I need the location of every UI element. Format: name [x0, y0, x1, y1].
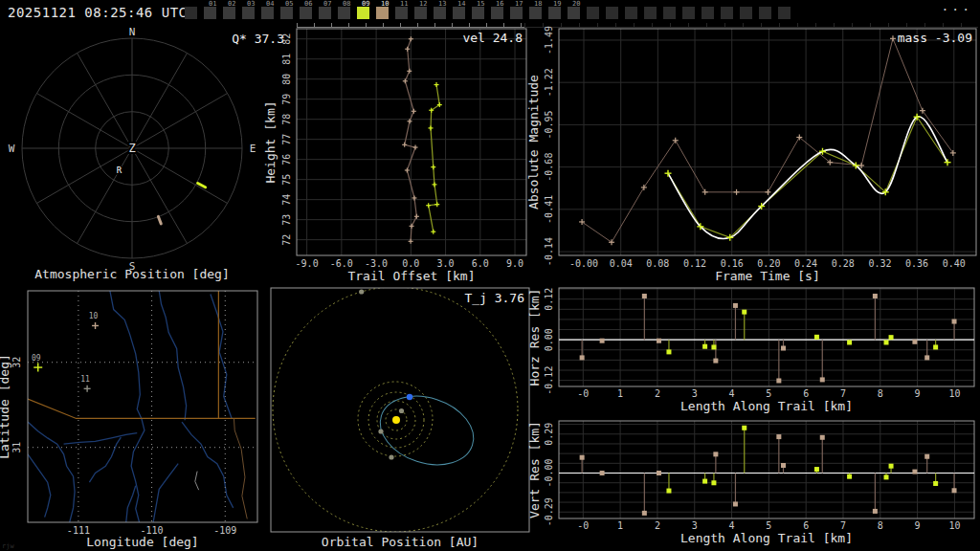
tab-blank [758, 1, 777, 24]
svg-text:Frame Time [s]: Frame Time [s] [715, 269, 820, 283]
overflow-menu-icon[interactable]: ··· [942, 2, 972, 16]
svg-text:N: N [129, 26, 136, 38]
svg-text:-3.0: -3.0 [365, 258, 388, 269]
svg-text:-6.0: -6.0 [330, 258, 353, 269]
atmospheric-position-panel: NSWEZRQ* 37.3Atmospheric Position [deg] [0, 27, 289, 285]
svg-text:3: 3 [692, 520, 698, 531]
svg-text:0.28: 0.28 [832, 258, 855, 269]
tab-11[interactable]: 11 [394, 1, 413, 24]
tab-square [510, 7, 523, 19]
svg-text:T_j 3.76: T_j 3.76 [464, 291, 524, 305]
svg-text:mass -3.09: mass -3.09 [898, 31, 972, 45]
tab-square [740, 7, 752, 19]
svg-text:2: 2 [655, 388, 660, 399]
tab-19[interactable]: 19 [547, 1, 567, 24]
svg-text:5: 5 [766, 520, 771, 531]
tab-square [682, 7, 695, 19]
svg-text:10: 10 [948, 388, 960, 399]
tab-square [702, 7, 714, 19]
svg-text:E: E [250, 143, 256, 155]
tab-blank [643, 1, 662, 24]
top-bar: 20251121 08:25:46 UTC 010203040506070809… [0, 0, 980, 27]
svg-text:0.0: 0.0 [402, 258, 419, 269]
svg-text:0.00: 0.00 [544, 328, 554, 351]
svg-text:4: 4 [729, 388, 735, 399]
tab-square [395, 7, 408, 19]
svg-text:-1.49: -1.49 [544, 26, 554, 55]
svg-text:Trail Offset [km]: Trail Offset [km] [347, 269, 475, 283]
svg-text:78: 78 [281, 114, 292, 125]
tab-15[interactable]: 15 [471, 1, 490, 24]
tab-03[interactable]: 03 [241, 1, 260, 24]
svg-text:74: 74 [281, 194, 292, 206]
svg-text:31: 31 [11, 442, 22, 453]
tab-square [721, 7, 733, 19]
tab-square [338, 7, 350, 19]
tab-09[interactable]: 09 [356, 1, 375, 24]
tab-blank [605, 1, 624, 24]
svg-text:2: 2 [655, 520, 660, 531]
svg-text:vel 24.8: vel 24.8 [462, 31, 523, 45]
svg-text:3.0: 3.0 [437, 258, 455, 269]
svg-text:77: 77 [281, 134, 292, 145]
svg-text:0.36: 0.36 [905, 258, 928, 269]
tab-07[interactable]: 07 [318, 1, 337, 24]
tab-06[interactable]: 06 [299, 1, 318, 24]
svg-text:1: 1 [617, 520, 623, 531]
svg-text:-0.95: -0.95 [544, 110, 554, 139]
svg-text:73: 73 [281, 214, 292, 226]
svg-text:09: 09 [32, 354, 41, 363]
svg-text:Height [km]: Height [km] [263, 100, 278, 183]
svg-text:Longitude [deg]: Longitude [deg] [86, 535, 198, 549]
tab-20[interactable]: 20 [567, 1, 586, 24]
utc-timestamp: 20251121 08:25:46 UTC [8, 5, 188, 20]
svg-text:32: 32 [11, 357, 22, 368]
svg-text:0.08: 0.08 [646, 258, 669, 269]
tab-01[interactable]: 01 [203, 1, 222, 24]
svg-text:0.32: 0.32 [868, 258, 891, 269]
svg-text:10: 10 [89, 312, 99, 320]
svg-text:-9.0: -9.0 [296, 258, 319, 269]
tab-blank [624, 1, 643, 24]
tab-13[interactable]: 13 [433, 1, 452, 24]
tab-square [453, 7, 465, 19]
svg-text:82: 82 [281, 33, 292, 45]
tab-14[interactable]: 14 [452, 1, 471, 24]
tab-10[interactable]: 10 [375, 1, 394, 24]
tab-blank [701, 1, 720, 24]
vertical-residuals-panel: -0123456789100.29-0.00-0.29Length Along … [531, 413, 980, 551]
svg-text:Orbital Position [AU]: Orbital Position [AU] [322, 535, 479, 549]
svg-text:11: 11 [80, 375, 90, 384]
trail-offset-panel: -9.0-6.0-3.00.03.06.09.07273747576777879… [268, 27, 536, 285]
svg-text:0.16: 0.16 [721, 258, 744, 269]
ground-map-panel: 091011-111-110-1093231Longitude [deg]Lat… [0, 285, 268, 551]
svg-text:80: 80 [281, 74, 292, 85]
svg-text:72: 72 [281, 234, 292, 246]
tab-square [185, 7, 197, 19]
tab-square [204, 7, 216, 19]
svg-text:79: 79 [281, 94, 292, 105]
svg-text:-0.14: -0.14 [544, 237, 554, 266]
tab-square [606, 7, 618, 19]
tab-17[interactable]: 17 [509, 1, 528, 24]
tab-05[interactable]: 05 [279, 1, 299, 24]
svg-text:5: 5 [766, 388, 771, 399]
svg-text:7: 7 [840, 520, 846, 531]
svg-text:7: 7 [840, 388, 846, 399]
svg-text:Length Along Trail [km]: Length Along Trail [km] [680, 531, 853, 545]
tab-04[interactable]: 04 [260, 1, 279, 24]
tab-16[interactable]: 16 [490, 1, 509, 24]
tab-08[interactable]: 08 [337, 1, 356, 24]
tab-blank [777, 1, 796, 24]
tab-square [529, 7, 542, 19]
tab-18[interactable]: 18 [528, 1, 547, 24]
svg-text:0.12: 0.12 [683, 258, 706, 269]
svg-text:9.0: 9.0 [506, 258, 523, 269]
svg-text:Vert Res [km]: Vert Res [km] [527, 421, 542, 518]
tab-12[interactable]: 12 [413, 1, 433, 24]
tab-blank [739, 1, 758, 24]
magnitude-panel: -0.000.040.080.120.160.200.240.280.320.3… [531, 27, 980, 287]
tab-02[interactable]: 02 [222, 1, 241, 24]
svg-text:0.24: 0.24 [794, 258, 817, 269]
tab-square [568, 7, 580, 19]
